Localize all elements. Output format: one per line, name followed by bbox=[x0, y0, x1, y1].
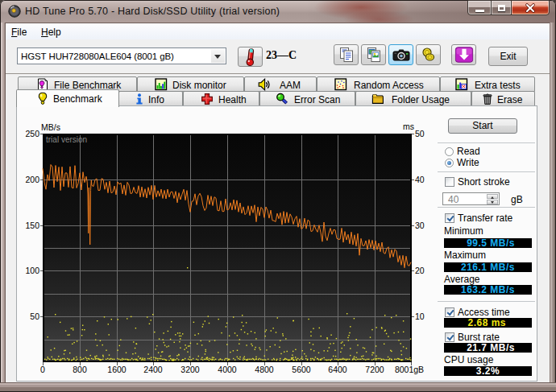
svg-text:0: 0 bbox=[40, 365, 45, 374]
svg-text:800: 800 bbox=[73, 365, 87, 374]
svg-text:trial version: trial version bbox=[46, 135, 87, 144]
svg-text:200: 200 bbox=[25, 175, 39, 184]
svg-text:6400: 6400 bbox=[328, 365, 347, 374]
svg-text:4800: 4800 bbox=[255, 365, 274, 374]
svg-text:8001gB: 8001gB bbox=[395, 365, 424, 374]
svg-text:50: 50 bbox=[30, 312, 39, 321]
svg-text:150: 150 bbox=[25, 221, 39, 230]
svg-text:20: 20 bbox=[415, 266, 425, 275]
svg-text:40: 40 bbox=[415, 175, 425, 184]
svg-text:7200: 7200 bbox=[365, 365, 384, 374]
svg-text:MB/s: MB/s bbox=[41, 122, 60, 132]
svg-text:50: 50 bbox=[415, 129, 425, 138]
svg-text:30: 30 bbox=[415, 221, 425, 230]
svg-text:ms: ms bbox=[403, 122, 414, 131]
svg-text:1600: 1600 bbox=[107, 365, 127, 374]
svg-text:3200: 3200 bbox=[180, 365, 200, 374]
svg-text:250: 250 bbox=[25, 129, 39, 138]
svg-text:10: 10 bbox=[415, 312, 425, 321]
svg-text:100: 100 bbox=[25, 266, 39, 275]
svg-text:2400: 2400 bbox=[143, 365, 163, 374]
svg-text:5600: 5600 bbox=[292, 365, 311, 374]
svg-text:4000: 4000 bbox=[218, 365, 237, 374]
